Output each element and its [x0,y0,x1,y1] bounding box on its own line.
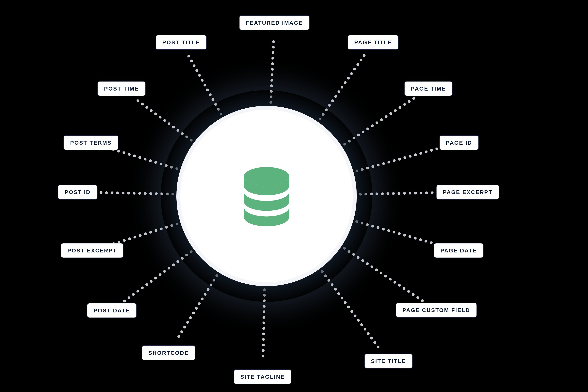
node-page-custom-field: PAGE CUSTOM FIELD [396,302,477,318]
node-post-date: POST DATE [87,303,136,318]
node-page-time: PAGE TIME [404,81,453,96]
node-post-id: POST ID [58,185,97,200]
node-page-date: PAGE DATE [434,243,484,258]
node-site-tagline: SITE TAGLINE [234,369,292,384]
database-icon [231,161,302,231]
node-post-terms: POST TERMS [64,135,118,150]
node-page-id: PAGE ID [439,135,479,150]
node-featured-image: FEATURED IMAGE [239,15,310,30]
node-post-time: POST TIME [98,81,146,96]
node-post-excerpt: POST EXCERPT [61,243,124,258]
node-page-excerpt: PAGE EXCERPT [436,185,499,200]
node-page-title: PAGE TITLE [348,35,399,50]
node-site-title: SITE TITLE [364,354,412,368]
svg-point-16 [244,167,289,186]
node-post-title: POST TITLE [156,35,206,50]
node-shortcode: SHORTCODE [142,345,196,360]
